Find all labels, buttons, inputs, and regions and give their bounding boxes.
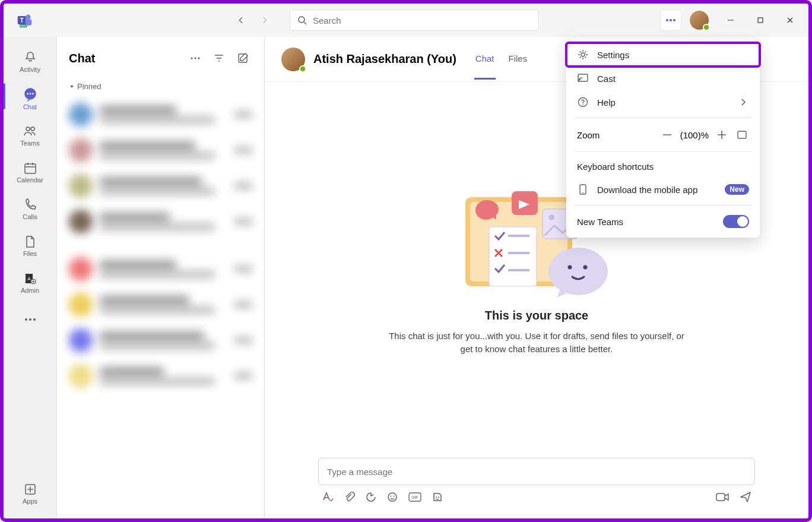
tab-chat[interactable]: Chat <box>474 39 496 80</box>
back-button[interactable] <box>230 10 252 31</box>
svg-point-28 <box>33 318 36 321</box>
rail-files[interactable]: Files <box>10 229 50 262</box>
tab-files[interactable]: Files <box>508 39 529 80</box>
svg-point-9 <box>670 19 672 21</box>
chevron-down-icon <box>69 84 75 90</box>
profile-avatar[interactable] <box>690 11 709 30</box>
zoom-in-button[interactable] <box>715 128 729 142</box>
compose-toolbar: GIF <box>318 485 755 505</box>
loop-icon[interactable] <box>366 492 376 505</box>
svg-point-16 <box>31 93 33 95</box>
message-box[interactable] <box>318 458 755 485</box>
svg-point-58 <box>438 496 439 498</box>
menu-settings[interactable]: Settings <box>566 43 760 67</box>
phone-icon <box>23 198 37 212</box>
rail-teams[interactable]: Teams <box>10 119 50 152</box>
rail-calendar[interactable]: Calendar <box>10 156 50 189</box>
rail-active-indicator <box>4 83 5 109</box>
settings-menu: Settings Cast Help Zoom (100)% Keyboard … <box>566 39 760 238</box>
pinned-label: Pinned <box>77 82 101 91</box>
close-button[interactable] <box>776 10 804 31</box>
svg-point-10 <box>673 19 675 21</box>
rail-label: Calls <box>23 213 37 220</box>
search-box[interactable] <box>290 10 539 31</box>
svg-text:T: T <box>20 17 24 24</box>
menu-label: Keyboard shortcuts <box>577 162 654 172</box>
app-rail: Activity Chat Teams Calendar Calls Files <box>4 37 57 518</box>
svg-rect-12 <box>758 18 763 23</box>
rail-label: Teams <box>20 140 39 147</box>
help-icon <box>577 96 589 108</box>
svg-rect-61 <box>578 74 588 81</box>
minimize-button[interactable] <box>717 10 744 31</box>
empty-subtitle: This chat is just for you...with you. Us… <box>382 330 691 356</box>
svg-text:A: A <box>27 276 31 281</box>
svg-line-7 <box>304 22 306 24</box>
svg-text:NEW: NEW <box>20 24 27 27</box>
menu-label: Settings <box>597 50 629 60</box>
svg-point-27 <box>29 318 31 321</box>
apps-icon <box>23 482 37 496</box>
rail-label: Admin <box>21 287 39 294</box>
empty-title: This is your space <box>485 309 589 322</box>
rail-more[interactable] <box>10 303 50 336</box>
chat-more-button[interactable] <box>186 49 205 68</box>
svg-point-53 <box>391 496 392 497</box>
svg-point-34 <box>198 57 199 59</box>
teams-logo-icon: TNEW <box>17 12 33 29</box>
rail-label: Activity <box>20 66 40 73</box>
maximize-button[interactable] <box>747 10 774 31</box>
message-input[interactable] <box>327 467 746 477</box>
gif-icon[interactable]: GIF <box>408 492 421 504</box>
menu-keyboard-shortcuts[interactable]: Keyboard shortcuts <box>566 156 760 178</box>
rail-label: Chat <box>23 103 37 110</box>
search-icon <box>297 15 307 25</box>
fullscreen-button[interactable] <box>735 128 749 142</box>
ellipsis-icon <box>24 318 36 321</box>
svg-point-54 <box>394 496 395 497</box>
rail-chat[interactable]: Chat <box>10 82 50 115</box>
sticker-icon[interactable] <box>432 492 443 505</box>
attach-icon[interactable] <box>344 492 355 505</box>
emoji-icon[interactable] <box>387 492 398 505</box>
zoom-out-button[interactable] <box>660 128 674 142</box>
mobile-icon <box>577 184 589 195</box>
video-clip-icon[interactable] <box>716 492 729 504</box>
svg-point-26 <box>25 318 27 321</box>
rail-calls[interactable]: Calls <box>10 192 50 226</box>
svg-point-14 <box>27 93 28 95</box>
menu-label: Help <box>597 97 729 107</box>
zoom-label: Zoom <box>577 130 654 140</box>
rail-apps[interactable]: Apps <box>10 477 50 510</box>
new-teams-toggle[interactable] <box>723 215 749 228</box>
format-icon[interactable] <box>322 492 334 505</box>
chat-icon <box>23 87 38 102</box>
svg-rect-59 <box>716 493 725 501</box>
more-menu-button[interactable] <box>660 10 681 31</box>
search-input[interactable] <box>313 15 531 26</box>
menu-cast[interactable]: Cast <box>566 67 760 90</box>
svg-point-48 <box>548 214 554 220</box>
rail-activity[interactable]: Activity <box>10 45 50 78</box>
forward-button[interactable] <box>254 10 275 31</box>
send-icon[interactable] <box>740 491 751 505</box>
menu-new-teams[interactable]: New Teams <box>566 209 760 234</box>
svg-point-64 <box>582 105 583 106</box>
chat-list-blurred <box>57 93 264 518</box>
menu-label: New Teams <box>577 217 715 227</box>
svg-point-8 <box>666 19 668 21</box>
compose-area: GIF <box>318 458 755 505</box>
menu-help[interactable]: Help <box>566 90 760 114</box>
svg-point-2 <box>26 14 31 20</box>
filter-button[interactable] <box>210 49 229 68</box>
svg-text:GIF: GIF <box>411 495 418 499</box>
calendar-icon <box>23 161 37 175</box>
new-chat-button[interactable] <box>233 49 252 68</box>
menu-download-mobile[interactable]: Download the mobile app New <box>566 178 760 201</box>
pinned-section[interactable]: Pinned <box>57 80 264 93</box>
svg-point-6 <box>299 17 304 23</box>
rail-admin[interactable]: A Admin <box>10 266 50 299</box>
svg-point-18 <box>31 127 34 131</box>
svg-point-32 <box>191 57 192 59</box>
conversation-avatar[interactable] <box>281 48 305 71</box>
